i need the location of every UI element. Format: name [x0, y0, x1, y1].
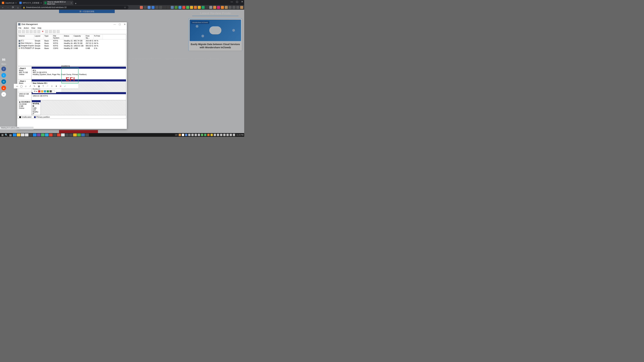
extension-icon[interactable] — [232, 6, 236, 9]
tray-icon[interactable] — [207, 134, 210, 136]
taskbar-app-icon[interactable] — [25, 133, 28, 136]
disk-row-disk2[interactable]: 1863.02 GB Online 1863.01 GB NTFS — [18, 92, 126, 100]
tb-props-icon[interactable] — [34, 30, 36, 33]
snip-pen-icon[interactable]: ✎ — [33, 85, 36, 87]
volume-row[interactable]: Seagate Expansio...SimpleBasicNTFSHealth… — [18, 44, 126, 47]
tray-icon[interactable] — [226, 134, 229, 136]
col-free[interactable]: Free Sp... — [85, 34, 94, 39]
col-filesystem[interactable]: File System — [52, 34, 63, 39]
new-tab-button[interactable]: + — [73, 2, 78, 5]
snip-size-picker[interactable]: 中 ▾ — [34, 90, 37, 93]
start-button[interactable]: ⊞ — [1, 133, 4, 136]
tb-up-icon[interactable] — [26, 30, 29, 33]
extension-icon[interactable] — [202, 6, 204, 9]
menu-file[interactable]: File — [18, 27, 22, 29]
tray-icon[interactable] — [233, 134, 235, 136]
color-swatch[interactable] — [50, 90, 52, 92]
tray-icon[interactable] — [198, 134, 200, 136]
share-linkedin-button[interactable]: in — [1, 79, 6, 84]
snip-confirm-icon[interactable]: ✓ — [64, 85, 66, 87]
extension-icon[interactable] — [194, 6, 197, 9]
extension-icon[interactable] — [174, 6, 178, 9]
col-type[interactable]: Type — [44, 34, 52, 39]
extension-icon[interactable] — [186, 6, 189, 9]
snip-annotation-text[interactable]: EFI — [66, 76, 75, 82]
snip-rect-icon[interactable]: ▭ — [16, 85, 18, 87]
share-reddit-button[interactable]: ● — [1, 86, 6, 90]
tray-icon[interactable] — [214, 134, 216, 136]
extension-icon[interactable] — [236, 6, 239, 9]
snip-save-icon[interactable]: ⬇ — [55, 85, 58, 87]
snip-cancel-icon[interactable]: ✕ — [59, 85, 62, 87]
back-button[interactable]: ← — [1, 5, 5, 9]
tb-delete-icon[interactable]: ✕ — [41, 30, 44, 33]
taskbar-app-icon[interactable] — [73, 133, 77, 136]
dm-close-icon[interactable]: ✕ — [124, 23, 126, 26]
tray-icon[interactable] — [210, 134, 213, 136]
task-view-button[interactable]: ▤ — [9, 133, 12, 136]
col-status[interactable]: Status — [63, 34, 73, 39]
color-swatch[interactable] — [46, 90, 49, 92]
tab-jupyter[interactable]: JupyterLab× — [0, 1, 18, 5]
snip-ellipse-icon[interactable]: ◯ — [20, 85, 23, 87]
tray-icon[interactable] — [191, 134, 194, 136]
menu-action[interactable]: Action — [24, 27, 29, 29]
tray-icon[interactable] — [217, 134, 219, 136]
taskbar-app-icon[interactable] — [33, 133, 36, 136]
tb-back-icon[interactable] — [18, 30, 21, 33]
snip-text-icon[interactable]: T — [42, 85, 44, 87]
extension-icon[interactable] — [167, 6, 170, 9]
tray-icon[interactable] — [178, 134, 181, 136]
tb-help-icon[interactable] — [38, 30, 40, 33]
home-button[interactable]: ⌂ — [16, 5, 20, 9]
taskbar-app-icon[interactable] — [65, 133, 69, 136]
menu-view[interactable]: View — [31, 27, 35, 29]
extension-icon[interactable] — [213, 6, 216, 9]
color-swatch[interactable] — [38, 90, 40, 92]
tray-icon[interactable] — [201, 134, 203, 136]
extension-icon[interactable] — [217, 6, 220, 9]
dm-minimize-icon[interactable]: — — [114, 23, 116, 26]
tb-action-icon[interactable] — [57, 30, 60, 33]
taskbar-app-icon[interactable] — [49, 133, 53, 136]
snip-mosaic-icon[interactable]: ▦ — [38, 85, 40, 87]
tray-icon[interactable] — [188, 134, 190, 136]
tray-icon[interactable] — [220, 134, 222, 136]
tb-refresh-icon[interactable] — [30, 30, 32, 33]
tb-action-icon[interactable] — [45, 30, 48, 33]
taskbar-app-icon[interactable] — [61, 133, 65, 136]
extension-icon[interactable] — [240, 6, 243, 9]
snip-arrow-icon[interactable]: ↗ — [29, 85, 31, 87]
tray-icon[interactable] — [223, 134, 226, 136]
color-swatch[interactable] — [52, 90, 55, 92]
tray-icon[interactable] — [230, 134, 232, 136]
extension-icon[interactable] — [190, 6, 193, 9]
snip-share-icon[interactable]: ⇪ — [51, 85, 53, 87]
tray-clock[interactable]: 11:23 PM — [236, 134, 244, 136]
search-button[interactable]: 🔍 — [5, 133, 8, 136]
col-capacity[interactable]: Capacity — [73, 34, 85, 39]
taskbar-app-icon[interactable] — [41, 133, 44, 136]
col-volume[interactable]: Volume — [18, 34, 34, 39]
col-layout[interactable]: Layout — [34, 34, 44, 39]
extension-icon[interactable] — [228, 6, 232, 9]
tb-action-icon[interactable] — [53, 30, 56, 33]
disk-row-cdrom0[interactable]: ◉ CD-ROM 0 CD-ROM 5 MB Online 华为手机助 5 MB… — [18, 100, 126, 115]
dm-titlebar[interactable]: Disk Management — ▢ ✕ — [17, 22, 127, 26]
maximize-icon[interactable]: ▢ — [236, 0, 238, 3]
volume-row[interactable]: 华为手机助手 (F:)SimpleBasicCDFSHealthy (P...5… — [18, 47, 126, 49]
volume-row[interactable]: New Volume (...SimpleBasicNTFSHealthy (A… — [18, 42, 126, 44]
extension-icon[interactable] — [182, 6, 185, 9]
snip-undo-icon[interactable]: ↶ — [46, 85, 49, 87]
extension-icon[interactable] — [155, 6, 158, 9]
tab-close-icon[interactable]: × — [15, 2, 16, 4]
extension-icon[interactable] — [171, 6, 174, 9]
snip-emoji-icon[interactable]: ☺ — [24, 85, 27, 87]
taskbar-app-icon[interactable] — [57, 133, 61, 136]
extension-icon[interactable] — [221, 6, 224, 9]
share-more-button[interactable]: + — [1, 92, 6, 97]
close-icon[interactable]: ✕ — [241, 0, 243, 3]
tab-baidu[interactable]: WPS 打卡_百度搜索× — [18, 1, 43, 5]
extension-icon[interactable] — [144, 6, 147, 9]
tray-lang[interactable]: CH — [175, 134, 178, 136]
